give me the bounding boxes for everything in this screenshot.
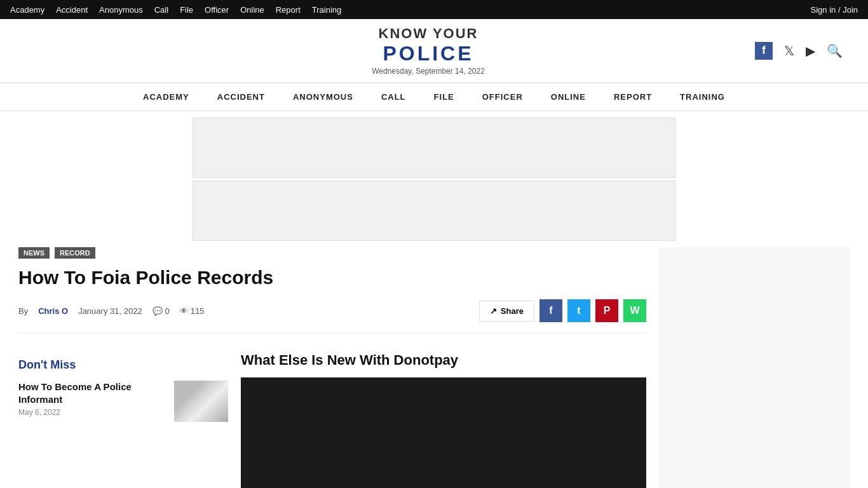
article-meta: By Chris O January 31, 2022 💬 0 👁 115 ↗ … (18, 299, 646, 333)
twitter-share-button[interactable]: t (567, 299, 590, 322)
nav-file[interactable]: FILE (420, 83, 468, 111)
content-wrapper: NEWS RECORD How To Foia Police Records B… (8, 247, 860, 488)
topbar-link-anonymous[interactable]: Anonymous (99, 5, 143, 15)
logo-know-text: KNOW YOUR (379, 25, 478, 41)
topbar-link-academy[interactable]: Academy (10, 5, 44, 15)
comment-icon: 💬 (153, 306, 163, 316)
views-number: 115 (191, 306, 205, 316)
main-content: NEWS RECORD How To Foia Police Records B… (18, 247, 646, 488)
logo-area: KNOW YOUR POLICE Wednesday, September 14… (372, 25, 485, 76)
nav-training[interactable]: TRAINING (666, 83, 739, 111)
share-button[interactable]: ↗ Share (479, 301, 534, 322)
dm-item-text: How To Become A Police Informant May 6, … (18, 381, 166, 417)
top-bar-links: Academy Accident Anonymous Call File Off… (10, 5, 341, 15)
header-date: Wednesday, September 14, 2022 (372, 67, 485, 76)
article-main-image (241, 377, 646, 488)
share-area: ↗ Share f t P W (479, 299, 646, 322)
dont-miss-title: Don't Miss (18, 358, 228, 372)
article-title: How To Foia Police Records (18, 266, 646, 289)
author-link[interactable]: Chris O (38, 306, 68, 316)
ad-banner-1 (193, 118, 675, 178)
comment-number: 0 (165, 306, 170, 316)
nav-anonymous[interactable]: ANONYMOUS (279, 83, 367, 111)
article-date: January 31, 2022 (78, 306, 142, 316)
signin-link[interactable]: Sign in / Join (811, 5, 858, 15)
views-count: 👁 115 (180, 306, 205, 316)
nav-report[interactable]: REPORT (600, 83, 666, 111)
article-body: What Else Is New With Donotpay (241, 352, 646, 488)
by-label: By (18, 306, 28, 316)
dm-item-image (174, 381, 228, 422)
tag-news[interactable]: NEWS (18, 247, 50, 259)
article-tags: NEWS RECORD (18, 247, 646, 259)
topbar-link-officer[interactable]: Officer (205, 5, 229, 15)
topbar-link-call[interactable]: Call (154, 5, 168, 15)
topbar-link-training[interactable]: Training (312, 5, 341, 15)
ad-area (193, 118, 675, 241)
dont-miss-section: Don't Miss How To Become A Police Inform… (18, 358, 228, 488)
share-label: Share (501, 306, 524, 316)
sidebar (659, 247, 850, 488)
topbar-link-accident[interactable]: Accident (56, 5, 88, 15)
facebook-share-button[interactable]: f (539, 299, 562, 322)
comments-count: 💬 0 (153, 306, 170, 316)
ad-banner-2 (193, 180, 675, 241)
header-icons: f 𝕏 ▶ 🔍 (755, 42, 843, 60)
main-nav: ACADEMY ACCIDENT ANONYMOUS CALL FILE OFF… (0, 83, 868, 111)
logo-police-text: POLICE (372, 42, 485, 65)
search-icon[interactable]: 🔍 (827, 43, 843, 58)
topbar-link-file[interactable]: File (180, 5, 193, 15)
views-icon: 👁 (180, 306, 188, 316)
topbar-link-online[interactable]: Online (240, 5, 264, 15)
article-section-title: What Else Is New With Donotpay (241, 352, 646, 369)
nav-officer[interactable]: OFFICER (468, 83, 537, 111)
nav-online[interactable]: ONLINE (537, 83, 600, 111)
tag-record[interactable]: RECORD (55, 247, 95, 259)
nav-academy[interactable]: ACADEMY (129, 83, 203, 111)
dm-item-date: May 6, 2022 (18, 408, 166, 417)
nav-call[interactable]: CALL (367, 83, 420, 111)
topbar-link-report[interactable]: Report (276, 5, 301, 15)
share-icon: ↗ (490, 306, 497, 316)
twitter-icon[interactable]: 𝕏 (784, 43, 794, 58)
site-header: KNOW YOUR POLICE Wednesday, September 14… (0, 19, 868, 83)
pinterest-share-button[interactable]: P (595, 299, 618, 322)
dm-list-item: How To Become A Police Informant May 6, … (18, 381, 228, 422)
facebook-icon[interactable]: f (755, 42, 773, 60)
whatsapp-share-button[interactable]: W (623, 299, 646, 322)
top-bar: Academy Accident Anonymous Call File Off… (0, 0, 868, 19)
top-bar-right: Sign in / Join (811, 5, 858, 15)
youtube-icon[interactable]: ▶ (806, 43, 815, 58)
nav-accident[interactable]: ACCIDENT (203, 83, 279, 111)
dm-item-title[interactable]: How To Become A Police Informant (18, 381, 166, 405)
